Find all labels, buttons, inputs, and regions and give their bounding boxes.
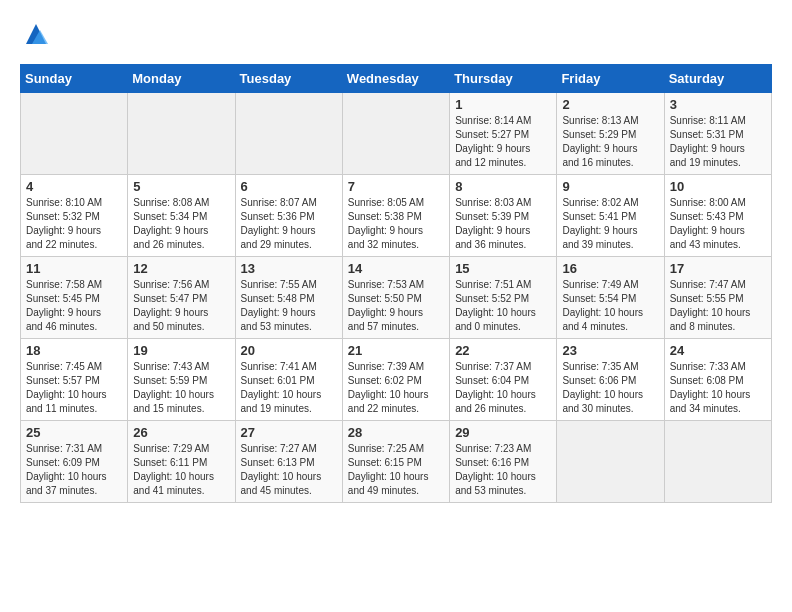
calendar-cell: 1Sunrise: 8:14 AM Sunset: 5:27 PM Daylig… (450, 93, 557, 175)
day-number: 7 (348, 179, 444, 194)
calendar-cell (557, 421, 664, 503)
day-info: Sunrise: 8:03 AM Sunset: 5:39 PM Dayligh… (455, 196, 551, 252)
day-of-week-header: Tuesday (235, 65, 342, 93)
calendar-cell: 23Sunrise: 7:35 AM Sunset: 6:06 PM Dayli… (557, 339, 664, 421)
day-info: Sunrise: 7:56 AM Sunset: 5:47 PM Dayligh… (133, 278, 229, 334)
calendar-cell: 13Sunrise: 7:55 AM Sunset: 5:48 PM Dayli… (235, 257, 342, 339)
day-number: 22 (455, 343, 551, 358)
calendar-cell: 10Sunrise: 8:00 AM Sunset: 5:43 PM Dayli… (664, 175, 771, 257)
day-info: Sunrise: 7:27 AM Sunset: 6:13 PM Dayligh… (241, 442, 337, 498)
calendar-week-row: 25Sunrise: 7:31 AM Sunset: 6:09 PM Dayli… (21, 421, 772, 503)
day-info: Sunrise: 7:47 AM Sunset: 5:55 PM Dayligh… (670, 278, 766, 334)
day-info: Sunrise: 7:58 AM Sunset: 5:45 PM Dayligh… (26, 278, 122, 334)
calendar-cell: 8Sunrise: 8:03 AM Sunset: 5:39 PM Daylig… (450, 175, 557, 257)
day-of-week-header: Wednesday (342, 65, 449, 93)
day-number: 14 (348, 261, 444, 276)
day-number: 19 (133, 343, 229, 358)
day-number: 17 (670, 261, 766, 276)
day-info: Sunrise: 8:02 AM Sunset: 5:41 PM Dayligh… (562, 196, 658, 252)
day-number: 5 (133, 179, 229, 194)
day-info: Sunrise: 7:37 AM Sunset: 6:04 PM Dayligh… (455, 360, 551, 416)
day-info: Sunrise: 7:29 AM Sunset: 6:11 PM Dayligh… (133, 442, 229, 498)
day-info: Sunrise: 7:45 AM Sunset: 5:57 PM Dayligh… (26, 360, 122, 416)
day-info: Sunrise: 7:53 AM Sunset: 5:50 PM Dayligh… (348, 278, 444, 334)
calendar-week-row: 4Sunrise: 8:10 AM Sunset: 5:32 PM Daylig… (21, 175, 772, 257)
calendar-cell (664, 421, 771, 503)
day-of-week-header: Friday (557, 65, 664, 93)
day-info: Sunrise: 7:39 AM Sunset: 6:02 PM Dayligh… (348, 360, 444, 416)
calendar-cell (128, 93, 235, 175)
day-info: Sunrise: 8:11 AM Sunset: 5:31 PM Dayligh… (670, 114, 766, 170)
day-number: 12 (133, 261, 229, 276)
calendar-cell: 15Sunrise: 7:51 AM Sunset: 5:52 PM Dayli… (450, 257, 557, 339)
day-info: Sunrise: 8:13 AM Sunset: 5:29 PM Dayligh… (562, 114, 658, 170)
day-info: Sunrise: 7:41 AM Sunset: 6:01 PM Dayligh… (241, 360, 337, 416)
calendar-cell: 18Sunrise: 7:45 AM Sunset: 5:57 PM Dayli… (21, 339, 128, 421)
calendar-cell: 7Sunrise: 8:05 AM Sunset: 5:38 PM Daylig… (342, 175, 449, 257)
calendar-cell (235, 93, 342, 175)
calendar-week-row: 1Sunrise: 8:14 AM Sunset: 5:27 PM Daylig… (21, 93, 772, 175)
calendar-cell: 28Sunrise: 7:25 AM Sunset: 6:15 PM Dayli… (342, 421, 449, 503)
day-info: Sunrise: 8:05 AM Sunset: 5:38 PM Dayligh… (348, 196, 444, 252)
calendar-cell: 16Sunrise: 7:49 AM Sunset: 5:54 PM Dayli… (557, 257, 664, 339)
day-number: 29 (455, 425, 551, 440)
calendar-week-row: 18Sunrise: 7:45 AM Sunset: 5:57 PM Dayli… (21, 339, 772, 421)
day-info: Sunrise: 7:51 AM Sunset: 5:52 PM Dayligh… (455, 278, 551, 334)
day-of-week-header: Saturday (664, 65, 771, 93)
calendar-cell: 17Sunrise: 7:47 AM Sunset: 5:55 PM Dayli… (664, 257, 771, 339)
calendar-cell (21, 93, 128, 175)
day-of-week-header: Monday (128, 65, 235, 93)
day-info: Sunrise: 7:23 AM Sunset: 6:16 PM Dayligh… (455, 442, 551, 498)
calendar-header-row: SundayMondayTuesdayWednesdayThursdayFrid… (21, 65, 772, 93)
day-info: Sunrise: 8:07 AM Sunset: 5:36 PM Dayligh… (241, 196, 337, 252)
calendar-cell: 11Sunrise: 7:58 AM Sunset: 5:45 PM Dayli… (21, 257, 128, 339)
day-number: 20 (241, 343, 337, 358)
day-number: 6 (241, 179, 337, 194)
day-number: 15 (455, 261, 551, 276)
calendar-cell: 22Sunrise: 7:37 AM Sunset: 6:04 PM Dayli… (450, 339, 557, 421)
calendar-cell: 14Sunrise: 7:53 AM Sunset: 5:50 PM Dayli… (342, 257, 449, 339)
day-info: Sunrise: 7:25 AM Sunset: 6:15 PM Dayligh… (348, 442, 444, 498)
day-number: 28 (348, 425, 444, 440)
day-info: Sunrise: 8:00 AM Sunset: 5:43 PM Dayligh… (670, 196, 766, 252)
calendar-week-row: 11Sunrise: 7:58 AM Sunset: 5:45 PM Dayli… (21, 257, 772, 339)
page-header (20, 20, 772, 48)
logo-icon (22, 20, 50, 48)
day-info: Sunrise: 7:55 AM Sunset: 5:48 PM Dayligh… (241, 278, 337, 334)
day-number: 8 (455, 179, 551, 194)
calendar-cell: 6Sunrise: 8:07 AM Sunset: 5:36 PM Daylig… (235, 175, 342, 257)
calendar-cell: 5Sunrise: 8:08 AM Sunset: 5:34 PM Daylig… (128, 175, 235, 257)
day-info: Sunrise: 7:43 AM Sunset: 5:59 PM Dayligh… (133, 360, 229, 416)
day-number: 26 (133, 425, 229, 440)
day-number: 1 (455, 97, 551, 112)
day-of-week-header: Sunday (21, 65, 128, 93)
day-number: 16 (562, 261, 658, 276)
calendar-cell: 2Sunrise: 8:13 AM Sunset: 5:29 PM Daylig… (557, 93, 664, 175)
day-number: 10 (670, 179, 766, 194)
day-info: Sunrise: 8:08 AM Sunset: 5:34 PM Dayligh… (133, 196, 229, 252)
calendar-cell: 26Sunrise: 7:29 AM Sunset: 6:11 PM Dayli… (128, 421, 235, 503)
calendar-cell: 12Sunrise: 7:56 AM Sunset: 5:47 PM Dayli… (128, 257, 235, 339)
calendar-table: SundayMondayTuesdayWednesdayThursdayFrid… (20, 64, 772, 503)
day-of-week-header: Thursday (450, 65, 557, 93)
calendar-cell: 9Sunrise: 8:02 AM Sunset: 5:41 PM Daylig… (557, 175, 664, 257)
calendar-cell: 3Sunrise: 8:11 AM Sunset: 5:31 PM Daylig… (664, 93, 771, 175)
day-info: Sunrise: 7:31 AM Sunset: 6:09 PM Dayligh… (26, 442, 122, 498)
day-number: 2 (562, 97, 658, 112)
day-number: 11 (26, 261, 122, 276)
logo (20, 20, 50, 48)
calendar-cell: 24Sunrise: 7:33 AM Sunset: 6:08 PM Dayli… (664, 339, 771, 421)
day-number: 25 (26, 425, 122, 440)
day-info: Sunrise: 7:33 AM Sunset: 6:08 PM Dayligh… (670, 360, 766, 416)
day-number: 13 (241, 261, 337, 276)
day-number: 27 (241, 425, 337, 440)
calendar-cell: 21Sunrise: 7:39 AM Sunset: 6:02 PM Dayli… (342, 339, 449, 421)
day-info: Sunrise: 8:10 AM Sunset: 5:32 PM Dayligh… (26, 196, 122, 252)
calendar-cell: 27Sunrise: 7:27 AM Sunset: 6:13 PM Dayli… (235, 421, 342, 503)
calendar-cell: 4Sunrise: 8:10 AM Sunset: 5:32 PM Daylig… (21, 175, 128, 257)
day-number: 18 (26, 343, 122, 358)
calendar-cell (342, 93, 449, 175)
calendar-cell: 25Sunrise: 7:31 AM Sunset: 6:09 PM Dayli… (21, 421, 128, 503)
calendar-cell: 29Sunrise: 7:23 AM Sunset: 6:16 PM Dayli… (450, 421, 557, 503)
calendar-cell: 19Sunrise: 7:43 AM Sunset: 5:59 PM Dayli… (128, 339, 235, 421)
